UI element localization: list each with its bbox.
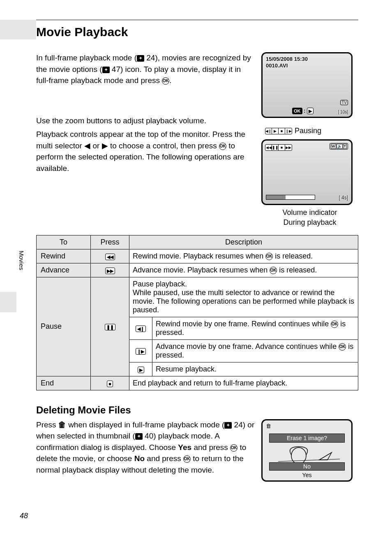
screen-filename: 0010.AVI bbox=[266, 62, 288, 69]
frame-advance-icon: ❙▶ bbox=[136, 348, 146, 355]
lcd-screen-playback: 15/05/2008 15:30 0010.AVI OK : ▶ TV [ 10… bbox=[261, 52, 353, 118]
delete-no-option[interactable]: No bbox=[269, 462, 345, 471]
zoom-note: Use the zoom buttons to adjust playback … bbox=[36, 115, 255, 127]
table-row: Rewind ◀◀ Rewind movie. Playback resumes… bbox=[37, 249, 358, 263]
intro-paragraph: In full-frame playback mode (✦ 24), movi… bbox=[36, 52, 255, 86]
svg-line-1 bbox=[278, 459, 340, 462]
page-number: 48 bbox=[20, 512, 28, 520]
ok-button-icon: OK bbox=[219, 143, 226, 150]
ok-button-icon: OK bbox=[183, 455, 191, 463]
ok-button-icon: OK bbox=[265, 253, 273, 260]
advance-icon: ▶▶ bbox=[105, 268, 115, 274]
table-row: Pause ❚❚ Pause playback. While paused, u… bbox=[37, 277, 358, 317]
erase-prompt: Erase 1 image? bbox=[269, 434, 345, 443]
table-row: Advance ▶▶ Advance movie. Playback resum… bbox=[37, 263, 358, 277]
play-icon: ▶ bbox=[138, 367, 144, 373]
ok-button-icon: OK bbox=[270, 267, 277, 274]
control-strip-top: ◀◀❚❚■▶▶ bbox=[265, 144, 292, 151]
pause-icon: ❚❚ bbox=[105, 324, 115, 330]
table-header-desc: Description bbox=[129, 235, 358, 249]
lcd-screen-delete: 🗑 Erase 1 image? No Yes bbox=[261, 419, 353, 482]
delete-yes-option[interactable]: Yes bbox=[269, 471, 345, 479]
reference-icon: ✦ bbox=[102, 67, 110, 73]
stop-icon: ■ bbox=[107, 381, 113, 387]
header-grey-tab bbox=[0, 20, 36, 39]
reference-icon: ✦ bbox=[137, 55, 144, 62]
screen-caption: Volume indicator During playback bbox=[261, 208, 358, 228]
frame-rewind-icon: ◀❙ bbox=[136, 325, 146, 332]
table-header-press: Press bbox=[91, 235, 129, 249]
ok-button-icon: OK bbox=[230, 444, 238, 452]
control-strip-callout: ◀❙▶■❙▶ bbox=[265, 128, 292, 134]
reference-icon: ✦ bbox=[224, 422, 232, 429]
reference-icon: ✦ bbox=[135, 433, 143, 440]
volume-indicator: W🔊T bbox=[330, 143, 348, 150]
subsection-title: Deleting Movie Files bbox=[36, 404, 358, 416]
screen-mode-icon: TV bbox=[340, 100, 348, 105]
trash-icon: 🗑 bbox=[58, 420, 66, 429]
ok-button-icon: OK bbox=[331, 321, 338, 328]
delete-paragraph: Press 🗑 when displayed in full-frame pla… bbox=[36, 419, 255, 482]
side-section-label: Movies bbox=[18, 251, 25, 270]
progress-bar bbox=[266, 195, 315, 200]
duration-label: [ 4s] bbox=[339, 195, 348, 201]
ok-button-icon: OK bbox=[339, 343, 346, 351]
controls-paragraph: Playback controls appear at the top of t… bbox=[36, 129, 255, 174]
screen-ok-play: OK : ▶ bbox=[292, 108, 314, 114]
face-sketch bbox=[263, 443, 351, 463]
ok-button-icon: OK bbox=[162, 77, 169, 85]
side-grey-tab bbox=[0, 292, 16, 312]
screen-date: 15/05/2008 15:30 bbox=[266, 56, 308, 62]
screen-timer: [ 10s] bbox=[338, 110, 348, 114]
table-row: End ■ End playback and return to full-fr… bbox=[37, 376, 358, 390]
table-header-to: To bbox=[37, 235, 91, 249]
top-rule bbox=[36, 20, 358, 20]
lcd-screen-during-playback: ◀❙▶■❙▶ Pausing ◀◀❚❚■▶▶ W🔊T [ 4s] bbox=[261, 139, 353, 205]
page-title: Movie Playback bbox=[36, 23, 358, 43]
trash-icon: 🗑 bbox=[266, 423, 271, 429]
rewind-icon: ◀◀ bbox=[105, 254, 115, 260]
pausing-label: Pausing bbox=[295, 127, 321, 135]
operations-table: To Press Description Rewind ◀◀ Rewind mo… bbox=[36, 235, 358, 390]
